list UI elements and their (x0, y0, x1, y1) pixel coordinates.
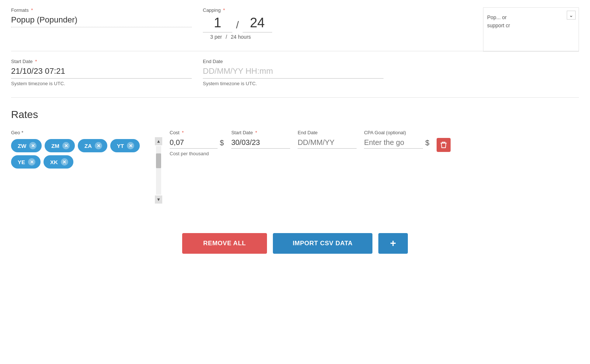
end-date-label: End Date (203, 59, 384, 64)
geo-tag-yt-remove[interactable]: ✕ (127, 142, 134, 149)
geo-tag-za-remove[interactable]: ✕ (95, 142, 102, 149)
geo-tag-yt: YT ✕ (110, 139, 140, 152)
rate-start-date-label: Start Date * (231, 130, 290, 135)
capping-value2[interactable]: 24 (243, 15, 272, 32)
rate-end-date-input[interactable] (298, 138, 357, 149)
cpa-input-row: $ (364, 138, 429, 149)
formats-label-text: Formats (11, 7, 29, 13)
rates-title: Rates (11, 109, 579, 121)
capping-required-star: * (223, 7, 225, 13)
geo-tag-ye-label: YE (18, 159, 25, 165)
right-panel-line2: support cr (487, 22, 575, 28)
scroll-thumb (156, 153, 161, 168)
rate-start-date-group: Start Date * (231, 130, 290, 149)
capping-label: Capping * (203, 7, 406, 13)
page-wrapper: Formats * Popup (Popunder) Capping * 1 /… (0, 0, 590, 364)
cost-required-star: * (182, 130, 184, 135)
import-csv-button[interactable]: IMPORT CSV DATA (273, 233, 372, 254)
geo-tag-zw-remove[interactable]: ✕ (29, 142, 37, 149)
section-divider (11, 97, 579, 98)
capping-slash: / (236, 19, 239, 32)
rate-start-date-required-star: * (255, 130, 257, 135)
start-date-label: Start Date * (11, 59, 192, 64)
geo-tag-ye: YE ✕ (11, 155, 41, 169)
capping-sub-slash: / (226, 34, 227, 40)
capping-sub1: 3 per (210, 34, 222, 40)
geo-tag-zw: ZW ✕ (11, 139, 42, 152)
geo-tag-za: ZA ✕ (78, 139, 107, 152)
capping-column: Capping * 1 / 24 3 per / 24 hours (203, 7, 417, 40)
add-row-button[interactable]: + (378, 233, 408, 254)
geo-tag-zw-label: ZW (18, 143, 26, 149)
end-date-column: End Date DD/MM/YY HH:mm System timezone … (203, 59, 395, 86)
scroll-up-arrow[interactable]: ▲ (155, 137, 162, 145)
geo-tag-xk: XK ✕ (44, 155, 73, 169)
capping-row: 1 / 24 (203, 15, 406, 32)
cpa-input[interactable] (364, 138, 423, 149)
cost-label: Cost * (170, 130, 224, 135)
capping-label-text: Capping (203, 7, 221, 13)
delete-row-button[interactable] (437, 138, 451, 152)
rate-end-date-label: End Date (298, 130, 357, 135)
capping-value1[interactable]: 1 (203, 15, 232, 32)
cost-group: Cost * $ Cost per thousand (170, 130, 224, 156)
rate-end-date-row (298, 138, 357, 149)
geo-tag-xk-remove[interactable]: ✕ (61, 158, 68, 166)
formats-value[interactable]: Popup (Popunder) (11, 15, 192, 27)
geo-tags-container: ZW ✕ ZM ✕ ZA ✕ YT ✕ (11, 139, 148, 169)
capping-sub2: 24 hours (231, 34, 251, 40)
geo-tag-ye-remove[interactable]: ✕ (28, 158, 35, 166)
cpa-currency: $ (425, 139, 429, 149)
start-date-timezone: System timezone is UTC. (11, 81, 192, 86)
cost-input-row: $ (170, 138, 224, 149)
start-date-value[interactable]: 21/10/23 07:21 (11, 66, 192, 79)
start-date-required-star: * (35, 59, 37, 64)
formats-required-star: * (31, 7, 33, 13)
geo-required-star: * (21, 130, 23, 135)
end-date-timezone: System timezone is UTC. (203, 81, 384, 86)
geo-label-text: Geo (11, 130, 20, 135)
rate-fields: Cost * $ Cost per thousand Start Date * (170, 130, 579, 156)
top-section: Formats * Popup (Popunder) Capping * 1 /… (11, 7, 579, 51)
rate-start-date-row (231, 138, 290, 149)
start-date-label-text: Start Date (11, 59, 33, 64)
remove-all-button[interactable]: REMOVE ALL (182, 233, 267, 254)
geo-label: Geo * (11, 130, 148, 135)
trash-icon (440, 141, 447, 149)
rate-start-date-label-text: Start Date (231, 130, 253, 135)
geo-tag-zm-label: ZM (51, 143, 59, 149)
cost-note: Cost per thousand (170, 151, 224, 156)
geo-tag-yt-label: YT (117, 143, 124, 149)
end-date-placeholder[interactable]: DD/MM/YY HH:mm (203, 66, 384, 79)
cost-currency: $ (220, 139, 224, 149)
rate-end-date-group: End Date (298, 130, 357, 149)
formats-label: Formats * (11, 7, 192, 13)
rates-section: Rates Geo * ZW ✕ ZM ✕ (11, 109, 579, 204)
rates-body: Geo * ZW ✕ ZM ✕ ZA ✕ (11, 130, 579, 204)
geo-tag-zm: ZM ✕ (45, 139, 75, 152)
cost-label-text: Cost (170, 130, 180, 135)
dropdown-arrow[interactable]: ⌄ (567, 11, 576, 20)
bottom-buttons: REMOVE ALL IMPORT CSV DATA + (11, 233, 579, 261)
cpa-group: CPA Goal (optional) $ (364, 130, 429, 149)
geo-tag-za-label: ZA (84, 143, 92, 149)
scroll-down-arrow[interactable]: ▼ (155, 195, 162, 204)
right-panel: ⌄ Pop... or support cr (483, 7, 579, 52)
rate-start-date-input[interactable] (231, 138, 290, 149)
geo-section: Geo * ZW ✕ ZM ✕ ZA ✕ (11, 130, 148, 169)
date-section: Start Date * 21/10/23 07:21 System timez… (11, 59, 579, 86)
scroll-track (156, 146, 161, 195)
start-date-column: Start Date * 21/10/23 07:21 System timez… (11, 59, 203, 86)
right-panel-line1: Pop... or (487, 14, 575, 20)
cost-input[interactable] (170, 138, 218, 149)
formats-column: Formats * Popup (Popunder) (11, 7, 203, 40)
geo-tag-zm-remove[interactable]: ✕ (62, 142, 70, 149)
capping-sub: 3 per / 24 hours (210, 34, 406, 40)
geo-scrollbar[interactable]: ▲ ▼ (155, 137, 162, 204)
cpa-label: CPA Goal (optional) (364, 130, 429, 135)
geo-tag-xk-label: XK (50, 159, 58, 165)
